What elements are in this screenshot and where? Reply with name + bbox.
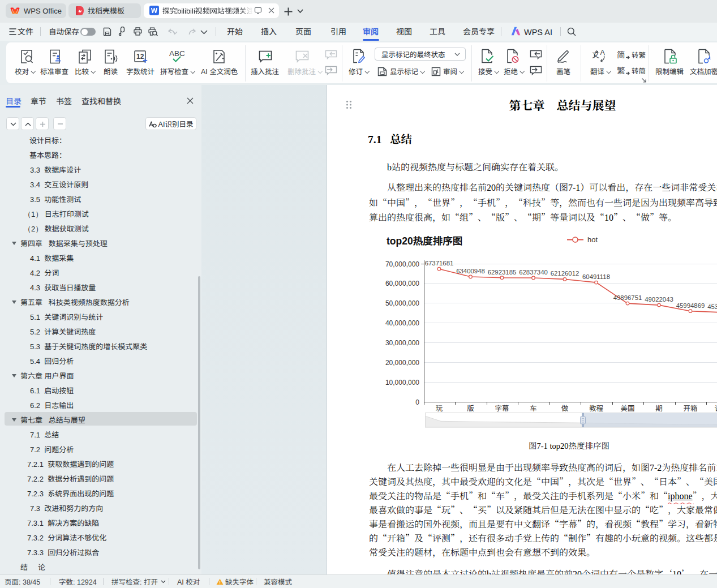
svg-text:30,000,000: 30,000,000	[385, 337, 419, 347]
svg-text:50,000,000: 50,000,000	[385, 298, 419, 307]
svg-text:45319764: 45319764	[707, 302, 717, 311]
svg-text:期: 期	[655, 402, 663, 413]
svg-text:版: 版	[467, 402, 474, 413]
svg-text:字幕: 字幕	[495, 402, 509, 413]
svg-text:60,000,000: 60,000,000	[385, 278, 419, 287]
svg-text:评测: 评测	[715, 402, 717, 413]
svg-text:hot: hot	[587, 234, 598, 244]
svg-text:车: 车	[530, 402, 537, 413]
svg-text:20,000,000: 20,000,000	[385, 357, 419, 367]
svg-text:top20热度排序图: top20热度排序图	[387, 233, 462, 247]
svg-text:60491118: 60491118	[582, 272, 610, 281]
svg-text:简: 简	[617, 50, 625, 60]
svg-text:0: 0	[415, 397, 419, 406]
svg-text:玩: 玩	[436, 402, 443, 413]
svg-text:49896751: 49896751	[613, 293, 642, 302]
svg-text:开箱: 开箱	[683, 402, 697, 413]
svg-text:40,000,000: 40,000,000	[385, 317, 419, 327]
svg-text:63400948: 63400948	[456, 266, 485, 275]
svg-text:教程: 教程	[589, 402, 604, 413]
svg-text:繁: 繁	[617, 66, 625, 76]
svg-text:美国: 美国	[620, 402, 634, 413]
svg-text:10,000,000: 10,000,000	[385, 377, 419, 387]
svg-text:A: A	[600, 49, 606, 57]
svg-text:62126012: 62126012	[551, 268, 579, 277]
svg-text:12: 12	[136, 53, 144, 61]
svg-text:70,000,000: 70,000,000	[385, 259, 419, 268]
svg-text:45994869: 45994869	[676, 301, 705, 310]
svg-text:67371681: 67371681	[425, 258, 454, 267]
svg-text:做: 做	[561, 402, 569, 413]
svg-text:49022043: 49022043	[645, 294, 673, 303]
svg-text:文: 文	[592, 49, 600, 60]
svg-text:62837340: 62837340	[519, 267, 548, 276]
svg-text:ABC: ABC	[169, 49, 185, 58]
svg-text:62923185: 62923185	[488, 267, 517, 276]
